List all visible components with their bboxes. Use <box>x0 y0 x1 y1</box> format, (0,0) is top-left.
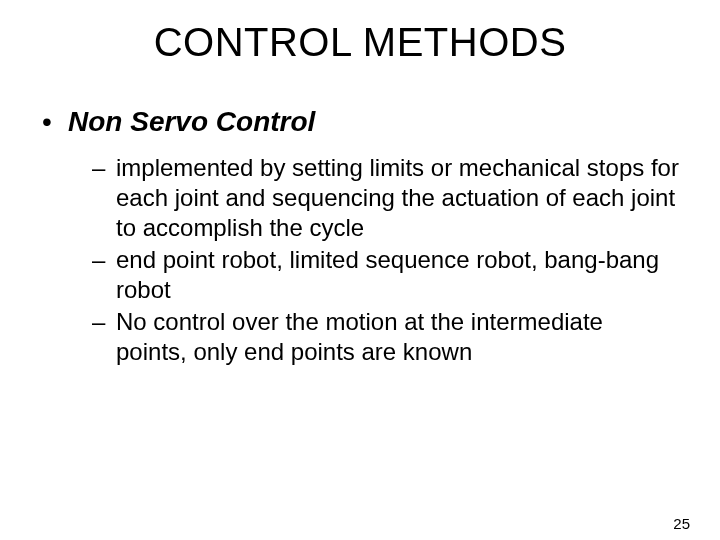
bullet-label: Non Servo Control <box>68 106 315 137</box>
sub-bullet-list: implemented by setting limits or mechani… <box>40 153 680 367</box>
slide-title: CONTROL METHODS <box>0 20 720 65</box>
sub-bullet: No control over the motion at the interm… <box>92 307 680 367</box>
sub-bullet: implemented by setting limits or mechani… <box>92 153 680 243</box>
page-number: 25 <box>673 515 690 532</box>
sub-bullet: end point robot, limited sequence robot,… <box>92 245 680 305</box>
slide-body: Non Servo Control implemented by setting… <box>0 105 720 367</box>
bullet-non-servo-control: Non Servo Control <box>40 105 680 139</box>
slide: CONTROL METHODS Non Servo Control implem… <box>0 20 720 540</box>
